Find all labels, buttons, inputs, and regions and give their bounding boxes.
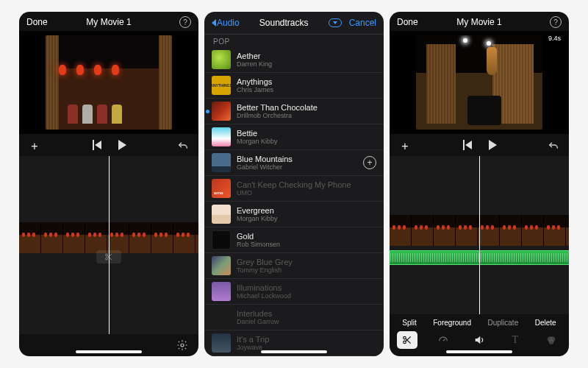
soundtracks-picker-screen: Audio Soundtracks Cancel POP AetherDarre… [204,12,384,356]
track-name: Grey Blue Grey [237,258,293,267]
action-duplicate: Duplicate [488,319,519,327]
album-art [212,282,231,301]
track-name: Evergreen [237,206,278,216]
action-delete[interactable]: Delete [535,319,556,327]
play-button[interactable] [483,137,499,153]
track-name: Blue Mountains [237,155,293,164]
tool-titles: T [505,331,526,349]
add-track-button[interactable]: + [363,156,376,169]
undo-button[interactable] [545,138,562,155]
track-row[interactable]: Can't Keep Checking My PhoneUMO [204,176,384,202]
tool-scissors[interactable] [397,331,417,349]
track-artist: Tommy English [237,266,293,274]
video-preview[interactable]: 9.4s [390,31,569,134]
svg-point-3 [404,336,406,339]
video-preview[interactable] [19,31,198,134]
chevron-left-icon [212,19,216,26]
album-art [212,308,231,327]
cancel-button[interactable]: Cancel [349,18,376,28]
album-art [212,256,231,275]
done-button[interactable]: Done [26,17,59,27]
picker-title: Soundtracks [259,18,309,28]
tool-filters [541,331,562,349]
action-foreground[interactable]: Foreground [433,319,471,327]
done-button[interactable]: Done [397,17,429,27]
track-row[interactable]: Blue MountainsGabriel Witcher+ [204,150,384,176]
album-art [212,50,231,69]
svg-point-0 [106,254,108,256]
back-label: Audio [217,18,240,28]
album-art: ANYTHINGS [212,76,231,95]
track-name: Aether [237,52,272,61]
track-name: Bettie [237,129,278,138]
editor-screen-basic: Done My Movie 1 ? + [19,12,198,356]
undo-button[interactable] [175,138,191,155]
add-media-button[interactable]: + [397,138,413,155]
svg-point-1 [106,258,108,260]
clip-duration-badge: 9.4s [545,34,564,43]
action-split[interactable]: Split [402,319,416,327]
album-art [212,127,231,146]
track-artist: Gabriel Witcher [237,163,293,171]
album-art [212,230,231,250]
album-art [212,153,231,172]
back-to-audio-button[interactable]: Audio [212,18,240,28]
track-row[interactable]: BettieMorgan Kibby [204,124,384,150]
now-playing-dot-icon [206,110,209,113]
svg-point-7 [548,339,553,344]
track-row[interactable]: InterludesDaniel Garrow [204,305,384,330]
playhead[interactable] [479,156,480,314]
track-artist: Daniel Garrow [237,318,279,325]
home-indicator[interactable] [261,350,327,353]
track-row[interactable]: IlluminationsMichael Lockwood [204,279,384,305]
project-title: My Movie 1 [429,17,529,27]
section-header-pop: POP [204,35,384,47]
track-name: Better Than Chocolate [237,103,318,113]
tool-speed[interactable] [433,331,453,349]
home-indicator[interactable] [76,350,142,353]
timeline[interactable]: tains [390,156,569,314]
track-row[interactable]: EvergreenMorgan Kibby [204,202,384,227]
track-artist: Michael Lockwood [237,292,291,300]
skip-back-button[interactable] [459,137,476,153]
track-name: Illuminations [237,283,291,293]
track-artist: UMO [237,189,351,197]
track-artist: Rob Simonsen [237,241,280,248]
play-button[interactable] [112,137,129,153]
album-art [212,205,231,224]
track-row[interactable]: AetherDarren King [204,47,384,73]
skip-back-button[interactable] [89,137,105,153]
track-name: Anythings [237,77,273,87]
track-row[interactable]: Better Than ChocolateDrillmob Orchestra [204,99,384,124]
timeline[interactable] [19,156,198,334]
settings-button[interactable] [176,339,188,351]
track-artist: Chris James [237,86,273,93]
editor-screen-with-audio: Done My Movie 1 ? 9.4s + [390,12,569,356]
track-artist: Drillmob Orchestra [237,112,318,119]
tool-volume[interactable] [469,331,490,349]
track-list[interactable]: AetherDarren KingANYTHINGSAnythingsChris… [204,47,384,356]
svg-point-4 [404,341,406,344]
track-artist: Darren King [237,60,272,68]
home-indicator[interactable] [446,350,512,353]
track-artist: Morgan Kibby [237,138,278,145]
track-name: It's a Trip [237,335,269,344]
track-artist: Morgan Kibby [237,215,278,222]
album-art [212,333,231,353]
track-name: Interludes [237,309,279,319]
track-row[interactable]: Grey Blue GreyTommy English [204,253,384,279]
add-media-button[interactable]: + [26,138,43,155]
track-name: Gold [237,232,280,241]
track-row[interactable]: ANYTHINGSAnythingsChris James [204,73,384,99]
track-row[interactable]: GoldRob Simonsen [204,227,384,253]
track-name: Can't Keep Checking My Phone [237,180,351,190]
svg-point-2 [181,344,184,347]
project-title: My Movie 1 [59,17,159,27]
playhead[interactable] [109,156,110,334]
album-art [212,102,231,121]
help-icon[interactable]: ? [550,16,562,28]
help-icon[interactable]: ? [179,16,191,28]
album-art [212,179,231,198]
cloud-download-icon[interactable] [329,18,342,27]
